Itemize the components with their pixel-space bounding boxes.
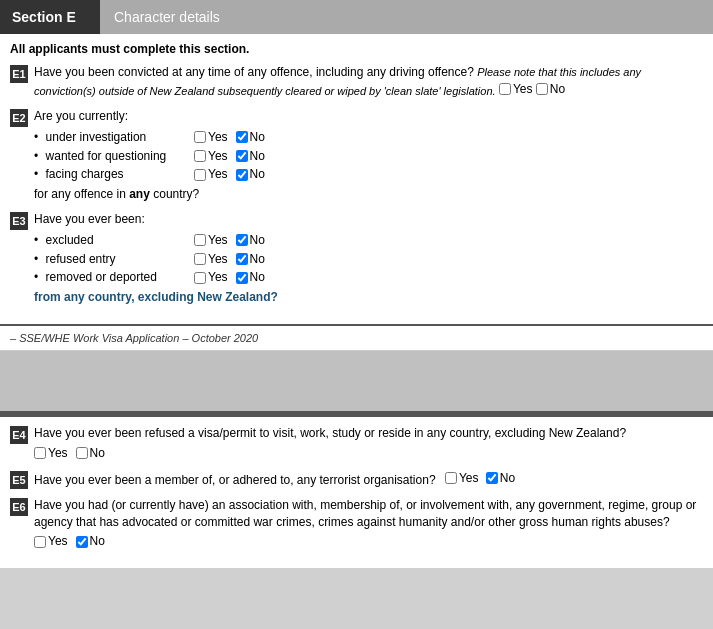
q3-footer: from any country, excluding New Zealand?	[34, 289, 703, 306]
q2-item-3-yes-label[interactable]: Yes	[194, 166, 228, 183]
header-title: Character details	[100, 0, 713, 34]
badge-e5: E5	[10, 471, 28, 489]
q5-yes-cb[interactable]	[445, 472, 457, 484]
question-e2: E2 Are you currently: • under investigat…	[10, 108, 703, 203]
q2-item-2-no-cb[interactable]	[236, 150, 248, 162]
q1-yes-label[interactable]: Yes	[499, 81, 533, 98]
q2-item-3-label: • facing charges	[34, 166, 194, 183]
q3-item-1-checkboxes: Yes No	[194, 232, 265, 249]
q2-item-3-checkboxes: Yes No	[194, 166, 265, 183]
footer-note: – SSE/WHE Work Visa Application – Octobe…	[0, 326, 713, 351]
q2-item-1-yes-label[interactable]: Yes	[194, 129, 228, 146]
q3-item-1-yes-label[interactable]: Yes	[194, 232, 228, 249]
q2-item-3-no-label[interactable]: No	[236, 166, 265, 183]
q1-yes-text: Yes	[513, 81, 533, 98]
gray-separator	[0, 351, 713, 411]
q6-content: Have you had (or currently have) an asso…	[34, 497, 703, 550]
q3-item-2: • refused entry Yes No	[34, 251, 703, 268]
question-e6: E6 Have you had (or currently have) an a…	[10, 497, 703, 550]
badge-e4: E4	[10, 426, 28, 444]
q5-main-text: Have you ever been a member of, or adher…	[34, 473, 436, 487]
q2-item-3: • facing charges Yes No	[34, 166, 703, 183]
q2-footer: for any offence in any country?	[34, 186, 703, 203]
q2-item-3-yes-cb[interactable]	[194, 169, 206, 181]
q3-item-1-no-cb[interactable]	[236, 234, 248, 246]
q4-yes-cb[interactable]	[34, 447, 46, 459]
q1-yes-checkbox[interactable]	[499, 83, 511, 95]
badge-e6: E6	[10, 498, 28, 516]
q4-content: Have you ever been refused a visa/permit…	[34, 425, 703, 462]
q3-item-2-checkboxes: Yes No	[194, 251, 265, 268]
q2-item-1-yes-cb[interactable]	[194, 131, 206, 143]
q5-content: Have you ever been a member of, or adher…	[34, 470, 703, 489]
badge-e2: E2	[10, 109, 28, 127]
section-intro: All applicants must complete this sectio…	[10, 42, 703, 56]
q3-item-3-yes-label[interactable]: Yes	[194, 269, 228, 286]
q3-main-text: Have you ever been:	[34, 211, 703, 228]
header: Section E Character details	[0, 0, 713, 34]
top-section: All applicants must complete this sectio…	[0, 34, 713, 326]
q1-no-checkbox[interactable]	[536, 83, 548, 95]
q2-item-1-no-label[interactable]: No	[236, 129, 265, 146]
q6-yes-cb[interactable]	[34, 536, 46, 548]
q3-item-2-yes-cb[interactable]	[194, 253, 206, 265]
section-e-label: Section E	[0, 0, 100, 34]
q6-yes-label[interactable]: Yes	[34, 533, 68, 550]
question-e4: E4 Have you ever been refused a visa/per…	[10, 425, 703, 462]
q1-no-text: No	[550, 81, 565, 98]
q4-checkboxes: Yes No	[34, 445, 703, 462]
q2-item-2-label: • wanted for questioning	[34, 148, 194, 165]
question-e3: E3 Have you ever been: • excluded Yes No	[10, 211, 703, 306]
q3-item-1: • excluded Yes No	[34, 232, 703, 249]
q4-no-cb[interactable]	[76, 447, 88, 459]
q2-item-2-yes-label[interactable]: Yes	[194, 148, 228, 165]
q3-content: Have you ever been: • excluded Yes No	[34, 211, 703, 306]
question-e1: E1 Have you been convicted at any time o…	[10, 64, 703, 100]
q4-no-label[interactable]: No	[76, 445, 105, 462]
q3-item-2-label: • refused entry	[34, 251, 194, 268]
q3-item-2-no-label[interactable]: No	[236, 251, 265, 268]
q6-no-cb[interactable]	[76, 536, 88, 548]
q2-item-1-no-cb[interactable]	[236, 131, 248, 143]
q1-main-text: Have you been convicted at any time of a…	[34, 65, 474, 79]
q2-item-2-no-label[interactable]: No	[236, 148, 265, 165]
q2-sub-items: • under investigation Yes No • want	[34, 129, 703, 183]
q3-item-3-label: • removed or deported	[34, 269, 194, 286]
q3-item-3-checkboxes: Yes No	[194, 269, 265, 286]
q3-sub-items: • excluded Yes No • refused entry	[34, 232, 703, 286]
q4-main-text: Have you ever been refused a visa/permit…	[34, 425, 703, 442]
q2-item-3-no-cb[interactable]	[236, 169, 248, 181]
q2-item-1: • under investigation Yes No	[34, 129, 703, 146]
q3-item-2-yes-label[interactable]: Yes	[194, 251, 228, 268]
badge-e1: E1	[10, 65, 28, 83]
q3-item-1-yes-cb[interactable]	[194, 234, 206, 246]
q2-main-text: Are you currently:	[34, 108, 703, 125]
q2-item-1-label: • under investigation	[34, 129, 194, 146]
q3-item-3-no-cb[interactable]	[236, 272, 248, 284]
q4-yes-label[interactable]: Yes	[34, 445, 68, 462]
q2-item-2-yes-cb[interactable]	[194, 150, 206, 162]
q5-no-cb[interactable]	[486, 472, 498, 484]
badge-e3: E3	[10, 212, 28, 230]
q3-item-1-no-label[interactable]: No	[236, 232, 265, 249]
question-e5: E5 Have you ever been a member of, or ad…	[10, 470, 703, 489]
q2-item-2: • wanted for questioning Yes No	[34, 148, 703, 165]
q1-content: Have you been convicted at any time of a…	[34, 64, 703, 100]
q6-no-label[interactable]: No	[76, 533, 105, 550]
q5-no-label[interactable]: No	[486, 470, 515, 487]
page-wrapper: Section E Character details All applican…	[0, 0, 713, 568]
q3-item-1-label: • excluded	[34, 232, 194, 249]
q6-main-text: Have you had (or currently have) an asso…	[34, 497, 703, 531]
q1-no-label[interactable]: No	[536, 81, 565, 98]
q2-item-1-checkboxes: Yes No	[194, 129, 265, 146]
q3-item-3-yes-cb[interactable]	[194, 272, 206, 284]
q6-checkboxes: Yes No	[34, 533, 703, 550]
bottom-section: E4 Have you ever been refused a visa/per…	[0, 417, 713, 568]
q3-item-3-no-label[interactable]: No	[236, 269, 265, 286]
q2-content: Are you currently: • under investigation…	[34, 108, 703, 203]
q3-item-3: • removed or deported Yes No	[34, 269, 703, 286]
q3-item-2-no-cb[interactable]	[236, 253, 248, 265]
q5-yes-label[interactable]: Yes	[445, 470, 479, 487]
q2-item-2-checkboxes: Yes No	[194, 148, 265, 165]
